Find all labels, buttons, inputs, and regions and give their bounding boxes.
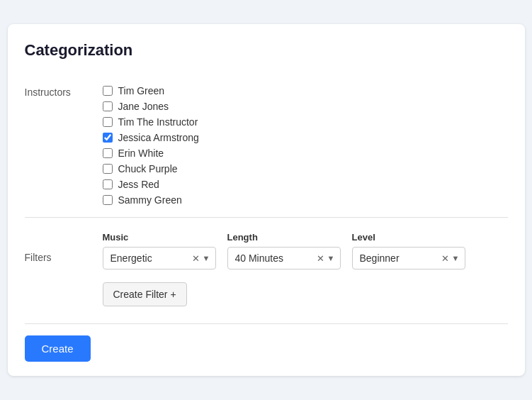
create-filter-button[interactable]: Create Filter +	[103, 282, 187, 306]
instructors-label: Instructors	[25, 85, 103, 98]
checkbox-jess-red[interactable]	[103, 179, 113, 189]
level-filter-group: Level Beginner Intermediate Advanced ✕ ▼	[352, 232, 465, 270]
instructor-jane-jones[interactable]: Jane Jones	[103, 101, 199, 112]
length-filter-group: Length 40 Minutes 30 Minutes 60 Minutes …	[227, 232, 341, 270]
footer: Create	[25, 323, 508, 362]
page-title: Categorization	[25, 41, 508, 60]
instructor-tim-green[interactable]: Tim Green	[103, 85, 199, 96]
instructor-jess-red[interactable]: Jess Red	[103, 179, 199, 190]
checkbox-jessica-armstrong[interactable]	[103, 133, 113, 143]
categorization-card: Categorization Instructors Tim GreenJane…	[8, 24, 525, 376]
instructor-name-jane-jones: Jane Jones	[118, 101, 169, 112]
checkbox-tim-green[interactable]	[103, 86, 113, 96]
instructors-section: Instructors Tim GreenJane JonesTim The I…	[25, 77, 508, 214]
instructors-checkboxes: Tim GreenJane JonesTim The InstructorJes…	[103, 85, 199, 206]
filters-content: Music Energetic Calm Upbeat Electronic ✕…	[103, 232, 508, 306]
length-select-wrapper: 40 Minutes 30 Minutes 60 Minutes 20 Minu…	[227, 247, 341, 270]
instructor-name-chuck-purple: Chuck Purple	[118, 163, 178, 174]
level-select[interactable]: Beginner Intermediate Advanced	[352, 247, 465, 270]
music-filter-label: Music	[103, 232, 216, 243]
instructor-name-jessica-armstrong: Jessica Armstrong	[118, 132, 199, 143]
filters-label: Filters	[25, 232, 103, 263]
create-button[interactable]: Create	[25, 335, 91, 362]
music-select[interactable]: Energetic Calm Upbeat Electronic	[103, 247, 216, 270]
section-divider	[25, 217, 508, 218]
instructor-name-sammy-green: Sammy Green	[118, 194, 182, 206]
checkbox-jane-jones[interactable]	[103, 101, 113, 111]
instructor-chuck-purple[interactable]: Chuck Purple	[103, 163, 199, 174]
checkbox-chuck-purple[interactable]	[103, 164, 113, 174]
instructor-jessica-armstrong[interactable]: Jessica Armstrong	[103, 132, 199, 143]
checkbox-sammy-green[interactable]	[103, 195, 113, 205]
checkbox-tim-instructor[interactable]	[103, 117, 113, 127]
music-filter-group: Music Energetic Calm Upbeat Electronic ✕…	[103, 232, 216, 270]
level-filter-label: Level	[352, 232, 465, 243]
level-select-wrapper: Beginner Intermediate Advanced ✕ ▼	[352, 247, 465, 270]
instructor-name-jess-red: Jess Red	[118, 179, 159, 190]
instructor-name-tim-instructor: Tim The Instructor	[118, 116, 198, 128]
length-filter-label: Length	[227, 232, 341, 243]
instructor-name-tim-green: Tim Green	[118, 85, 165, 96]
instructor-tim-instructor[interactable]: Tim The Instructor	[103, 116, 199, 128]
checkbox-erin-white[interactable]	[103, 148, 113, 158]
instructor-erin-white[interactable]: Erin White	[103, 148, 199, 159]
filter-row: Music Energetic Calm Upbeat Electronic ✕…	[103, 232, 508, 270]
instructor-sammy-green[interactable]: Sammy Green	[103, 194, 199, 206]
music-select-wrapper: Energetic Calm Upbeat Electronic ✕ ▼	[103, 247, 216, 270]
instructor-name-erin-white: Erin White	[118, 148, 164, 159]
length-select[interactable]: 40 Minutes 30 Minutes 60 Minutes 20 Minu…	[227, 247, 341, 270]
filters-section: Filters Music Energetic Calm Upbeat Elec…	[25, 221, 508, 318]
